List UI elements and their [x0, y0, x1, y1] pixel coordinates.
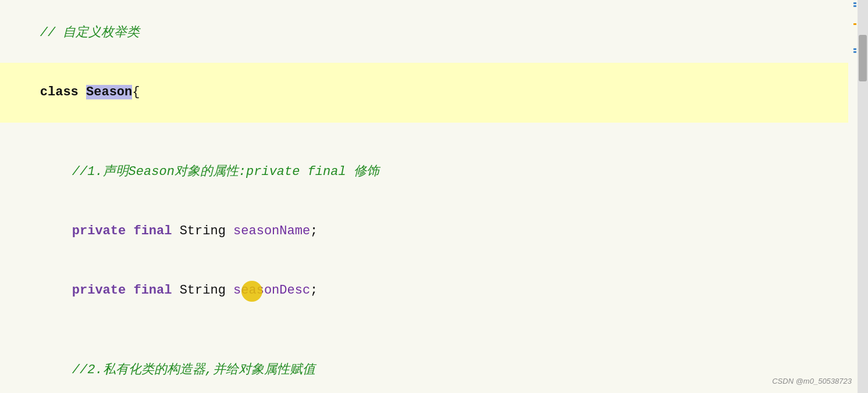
blank-line-1	[9, 123, 868, 142]
marker-highlight	[853, 23, 856, 25]
code-minimap-markers	[853, 0, 858, 393]
scrollbar-thumb[interactable]	[859, 35, 867, 81]
marker2	[853, 5, 856, 7]
field1-line: private final String seasonName;	[9, 202, 868, 261]
kw-private2: private	[72, 283, 134, 298]
kw-private1: private	[72, 224, 134, 238]
marker1	[853, 2, 856, 4]
marker3	[853, 48, 856, 50]
class-keyword: class	[40, 85, 86, 99]
class-declaration-line: class Season{	[0, 63, 848, 122]
code-editor: // 自定义枚举类 class Season{ //1.声明Season对象的属…	[0, 0, 868, 393]
kw-final2: final	[133, 283, 179, 298]
kw-final1: final	[133, 224, 179, 238]
comment2-line: //2.私有化类的构造器,并给对象属性赋值	[9, 341, 868, 393]
comment1-line: //1.声明Season对象的属性:private final 修饰	[9, 142, 868, 202]
comment-title-line: // 自定义枚举类	[9, 3, 868, 63]
comment-icon-symbol: //	[40, 26, 63, 40]
type-string1: String	[180, 224, 233, 238]
open-brace-class: {	[132, 85, 140, 99]
blank-line-2	[9, 321, 868, 341]
comment1-text: //1.声明Season对象的属性:private final 修饰	[72, 165, 379, 179]
watermark: CSDN @m0_50538723	[772, 376, 852, 387]
field2-line: private final String seasonDesc;	[9, 261, 868, 320]
field-seasondesc: seasonDesc	[233, 283, 310, 298]
field-seasonname: seasonName	[233, 224, 310, 238]
scrollbar[interactable]	[858, 0, 868, 393]
comment2-text: //2.私有化类的构造器,并给对象属性赋值	[72, 363, 315, 377]
class-name-season: Season	[86, 85, 132, 99]
marker4	[853, 51, 856, 53]
type-string2: String	[180, 283, 233, 298]
